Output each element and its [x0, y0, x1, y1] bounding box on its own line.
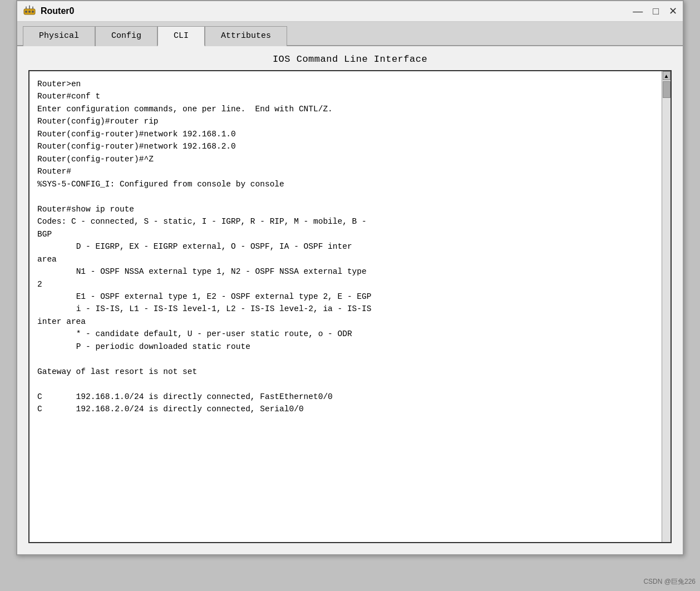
svg-point-1: [25, 11, 27, 13]
scroll-up-button[interactable]: ▲: [663, 71, 671, 80]
title-left: Router0: [23, 4, 74, 18]
svg-point-2: [28, 11, 31, 13]
maximize-button[interactable]: □: [653, 6, 659, 16]
scrollbar-thumb[interactable]: [663, 81, 671, 98]
window-title: Router0: [41, 6, 74, 16]
tab-physical[interactable]: Physical: [23, 26, 95, 46]
scrollbar[interactable]: ▲: [662, 71, 671, 542]
tab-config[interactable]: Config: [95, 26, 157, 46]
svg-marker-9: [32, 6, 33, 7]
page-title: IOS Command Line Interface: [17, 46, 683, 70]
cli-output: Router>en Router#conf t Enter configurat…: [29, 71, 671, 422]
svg-marker-7: [26, 6, 27, 7]
close-button[interactable]: ✕: [669, 6, 677, 16]
tab-cli[interactable]: CLI: [157, 26, 205, 46]
svg-marker-8: [29, 5, 30, 6]
watermark: CSDN @巨兔226: [643, 577, 696, 587]
router-icon: [23, 4, 36, 18]
svg-point-3: [32, 11, 34, 13]
title-bar: Router0 — □ ✕: [17, 1, 683, 22]
main-window: Router0 — □ ✕ Physical Config CLI Attrib…: [16, 0, 684, 555]
minimize-button[interactable]: —: [633, 6, 643, 16]
cli-container[interactable]: Router>en Router#conf t Enter configurat…: [28, 70, 672, 543]
title-controls: — □ ✕: [633, 6, 677, 16]
tab-bar: Physical Config CLI Attributes: [17, 22, 683, 46]
tab-attributes[interactable]: Attributes: [205, 26, 287, 46]
